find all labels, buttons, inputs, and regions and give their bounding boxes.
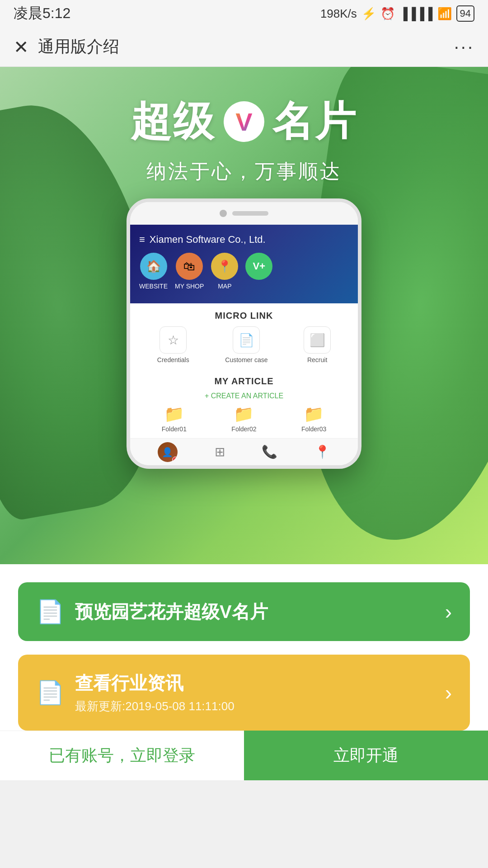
recruit-label: Recruit: [307, 356, 327, 363]
micro-link-section: MICRO LINK ☆ Credentials 📄 Customer case…: [130, 303, 358, 371]
recruit-icon: ⬜: [304, 326, 331, 354]
app-menu-icon: ≡: [139, 234, 145, 245]
my-article-section: MY ARTICLE + CREATE AN ARTICLE 📁 Folder0…: [130, 371, 358, 438]
nav-bar: ✕ 通用版介绍 ···: [0, 27, 488, 67]
user-avatar[interactable]: 👤: [158, 442, 178, 462]
phone-mockup: ≡ Xiamen Software Co., Ltd. 🏠 WEBSITE 🛍 …: [127, 198, 361, 469]
customer-case-label: Customer case: [225, 356, 267, 363]
hero-title-left: 超级: [131, 94, 216, 149]
micro-link-title: MICRO LINK: [139, 311, 349, 321]
hero-title-right: 名片: [272, 94, 357, 149]
status-time: 凌晨5:12: [14, 4, 70, 24]
status-bar: 凌晨5:12 198K/s ⚡ ⏰ ▐▐▐▐ 📶 94: [0, 0, 488, 27]
register-button[interactable]: 立即开通: [244, 731, 488, 780]
app-icon-vplus[interactable]: V+: [245, 253, 272, 290]
folder-01-label: Folder01: [162, 425, 187, 433]
micro-items-row: ☆ Credentials 📄 Customer case ⬜ Recruit: [139, 326, 349, 363]
preview-card-icon: 📄: [36, 599, 64, 625]
folder-02-icon: 📁: [234, 405, 254, 424]
signal-icon: ▐▐▐▐: [399, 7, 433, 21]
website-label: WEBSITE: [139, 283, 168, 290]
phone-camera: [220, 210, 227, 217]
industry-card-left: 📄 查看行业资讯 最新更新:2019-05-08 11:11:00: [36, 671, 235, 714]
avatar-badge: [172, 457, 178, 462]
folders-row: 📁 Folder01 📁 Folder02 📁 Folder03: [139, 405, 349, 433]
credentials-label: Credentials: [157, 356, 189, 363]
credentials-icon: ☆: [160, 326, 187, 354]
vplus-icon-circle: V+: [245, 253, 272, 280]
hero-section: 超级 V 名片 纳法于心，万事顺达 ≡ Xiamen Software Co.,…: [0, 67, 488, 564]
micro-item-customer-case[interactable]: 📄 Customer case: [225, 326, 267, 363]
industry-card-sub-text: 最新更新:2019-05-08 11:11:00: [75, 698, 235, 714]
phone-top: [130, 202, 358, 225]
v-logo: V: [224, 101, 264, 142]
customer-case-icon: 📄: [233, 326, 260, 354]
industry-card-main-text: 查看行业资讯: [75, 671, 235, 696]
location-icon[interactable]: 📍: [314, 444, 330, 459]
preview-card-text: 预览园艺花卉超级V名片: [75, 599, 268, 624]
wifi-icon: 📶: [437, 7, 452, 21]
v-logo-text: V: [235, 107, 252, 137]
nav-title: 通用版介绍: [38, 36, 119, 58]
qr-icon[interactable]: ⊞: [215, 444, 225, 459]
folder-02[interactable]: 📁 Folder02: [231, 405, 256, 433]
map-icon-circle: 📍: [211, 253, 238, 280]
phone-bottom-bar: 👤 ⊞ 📞 📍: [130, 438, 358, 465]
nav-left: ✕ 通用版介绍: [14, 36, 119, 58]
industry-card-arrow: ›: [445, 680, 452, 705]
network-speed: 198K/s: [320, 7, 357, 21]
micro-item-credentials[interactable]: ☆ Credentials: [157, 326, 189, 363]
app-icon-myshop[interactable]: 🛍 MY SHOP: [175, 253, 204, 290]
folder-01-icon: 📁: [164, 405, 184, 424]
preview-card-left: 📄 预览园艺花卉超级V名片: [36, 599, 268, 625]
create-article-link[interactable]: + CREATE AN ARTICLE: [139, 392, 349, 400]
preview-card-arrow: ›: [445, 599, 452, 624]
industry-card-text-block: 查看行业资讯 最新更新:2019-05-08 11:11:00: [75, 671, 235, 714]
status-icons: 198K/s ⚡ ⏰ ▐▐▐▐ 📶 94: [320, 5, 474, 22]
bluetooth-icon: ⚡: [361, 7, 376, 21]
more-options-button[interactable]: ···: [454, 37, 474, 57]
folder-02-label: Folder02: [231, 425, 256, 433]
alarm-icon: ⏰: [380, 7, 395, 21]
phone-icon[interactable]: 📞: [262, 444, 277, 459]
micro-item-recruit[interactable]: ⬜ Recruit: [304, 326, 331, 363]
close-button[interactable]: ✕: [14, 37, 29, 57]
hero-subtitle: 纳法于心，万事顺达: [146, 158, 342, 185]
preview-card[interactable]: 📄 预览园艺花卉超级V名片 ›: [18, 582, 470, 641]
app-header: ≡ Xiamen Software Co., Ltd. 🏠 WEBSITE 🛍 …: [130, 225, 358, 303]
bottom-footer: 已有账号，立即登录 立即开通: [0, 731, 488, 780]
folder-01[interactable]: 📁 Folder01: [162, 405, 187, 433]
map-label: MAP: [218, 283, 231, 290]
login-button[interactable]: 已有账号，立即登录: [0, 731, 244, 780]
my-article-title: MY ARTICLE: [139, 376, 349, 387]
hero-title: 超级 V 名片: [131, 94, 357, 149]
app-company-name: Xiamen Software Co., Ltd.: [150, 234, 266, 245]
battery-indicator: 94: [456, 5, 474, 22]
folder-03-label: Folder03: [301, 425, 326, 433]
bottom-cards: 📄 预览园艺花卉超级V名片 › 📄 查看行业资讯 最新更新:2019-05-08…: [0, 564, 488, 731]
myshop-icon-circle: 🛍: [176, 253, 203, 280]
industry-card-icon: 📄: [36, 679, 64, 706]
app-icons-row: 🏠 WEBSITE 🛍 MY SHOP 📍 MAP V+: [139, 253, 349, 290]
app-icon-map[interactable]: 📍 MAP: [211, 253, 238, 290]
app-icon-website[interactable]: 🏠 WEBSITE: [139, 253, 168, 290]
folder-03-icon: 📁: [304, 405, 324, 424]
myshop-label: MY SHOP: [175, 283, 204, 290]
industry-card[interactable]: 📄 查看行业资讯 最新更新:2019-05-08 11:11:00 ›: [18, 655, 470, 731]
folder-03[interactable]: 📁 Folder03: [301, 405, 326, 433]
app-header-nav: ≡ Xiamen Software Co., Ltd.: [139, 234, 349, 245]
phone-speaker: [232, 211, 268, 216]
website-icon-circle: 🏠: [140, 253, 167, 280]
